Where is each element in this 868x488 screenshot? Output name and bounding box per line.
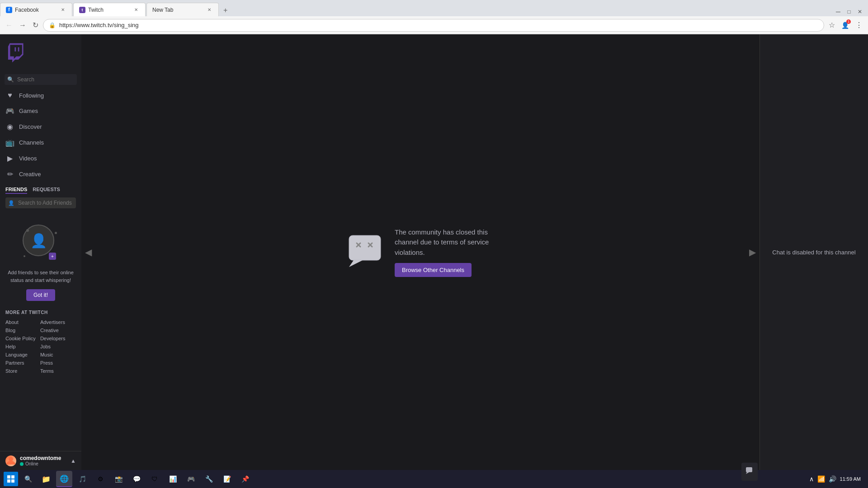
- forward-button[interactable]: →: [17, 19, 28, 31]
- username: comedowntome: [20, 455, 67, 461]
- footer-link-store[interactable]: Store: [5, 367, 39, 375]
- decoration-dot-3: [24, 255, 25, 257]
- search-icon: 🔍: [7, 76, 14, 83]
- svg-rect-1: [14, 47, 16, 52]
- sidebar-item-creative[interactable]: ✏ Creative: [0, 166, 81, 182]
- footer-link-about[interactable]: About: [5, 319, 39, 326]
- back-button[interactable]: ←: [4, 19, 14, 31]
- tab-newtab[interactable]: New Tab ✕: [146, 3, 219, 16]
- footer-link-developers[interactable]: Developers: [40, 335, 74, 342]
- maximize-button[interactable]: □: [844, 7, 854, 16]
- address-bar[interactable]: 🔒 https://www.twitch.tv/sing_sing: [43, 19, 824, 32]
- user-avatar: [5, 455, 16, 466]
- taskbar: 🔍 📁 🌐 🎵 ⚙ 📸 💬 🛡 📊 🎮 🔧 📝 📌 ∧ 📶 🔊 11:59 AM: [0, 470, 868, 488]
- requests-tab[interactable]: REQUESTS: [33, 187, 60, 194]
- reload-button[interactable]: ↻: [31, 19, 40, 31]
- taskbar-app-6[interactable]: 📊: [165, 471, 181, 487]
- footer-link-terms[interactable]: Terms: [40, 367, 74, 375]
- footer-link-creative[interactable]: Creative: [40, 327, 74, 334]
- channels-icon: 📺: [5, 138, 14, 147]
- svg-marker-5: [349, 260, 363, 267]
- sidebar-item-videos-label: Videos: [19, 155, 37, 162]
- taskbar-app-5[interactable]: 🛡: [146, 471, 163, 487]
- whisper-icon-button[interactable]: [741, 463, 758, 470]
- extensions-button[interactable]: ⋮: [854, 19, 864, 31]
- taskbar-app-3[interactable]: 📸: [110, 471, 127, 487]
- bookmark-button[interactable]: ☆: [827, 19, 837, 31]
- svg-rect-14: [7, 479, 10, 483]
- new-tab-button[interactable]: +: [220, 5, 231, 16]
- network-icon[interactable]: 📶: [817, 475, 825, 483]
- friends-tab[interactable]: FRIENDS: [5, 187, 27, 194]
- tab-twitch-close[interactable]: ✕: [132, 6, 140, 14]
- profile-button[interactable]: 👤 1: [840, 19, 851, 31]
- tab-newtab-close[interactable]: ✕: [206, 6, 213, 14]
- decoration-dot-1: [26, 229, 29, 232]
- start-button[interactable]: [4, 472, 18, 486]
- sidebar-item-videos[interactable]: ▶ Videos: [0, 150, 81, 166]
- tray-arrow[interactable]: ∧: [809, 475, 814, 483]
- sidebar-item-channels[interactable]: 📺 Channels: [0, 135, 81, 150]
- search-input[interactable]: [5, 74, 77, 85]
- taskbar-app-2[interactable]: ⚙: [92, 471, 108, 487]
- taskbar-app-10[interactable]: 📌: [237, 471, 253, 487]
- tab-twitch[interactable]: t Twitch ✕: [73, 3, 146, 16]
- closed-channel-text-area: The community has closed this channel du…: [395, 227, 494, 277]
- user-info: comedowntome Online: [20, 455, 67, 466]
- svg-rect-2: [18, 47, 19, 52]
- volume-icon[interactable]: 🔊: [829, 475, 836, 483]
- taskbar-app-4[interactable]: 💬: [128, 471, 145, 487]
- sidebar-collapse-button[interactable]: ▲: [71, 458, 76, 464]
- close-button[interactable]: ✕: [855, 7, 864, 16]
- whisper-icon-svg: [745, 466, 754, 470]
- taskbar-app-1[interactable]: 🎵: [74, 471, 90, 487]
- collapse-right-button[interactable]: ▶: [745, 243, 760, 261]
- sidebar-search-section: 🔍: [0, 71, 81, 88]
- footer-link-partners[interactable]: Partners: [5, 359, 39, 366]
- tab-facebook-close[interactable]: ✕: [59, 6, 66, 14]
- taskbar-app-8[interactable]: 🔧: [201, 471, 217, 487]
- taskbar-explorer[interactable]: 📁: [38, 471, 54, 487]
- svg-rect-13: [11, 475, 14, 479]
- taskbar-app-7[interactable]: 🎮: [183, 471, 199, 487]
- collapse-left-button[interactable]: ◀: [81, 243, 95, 261]
- minimize-button[interactable]: ─: [834, 7, 843, 16]
- sidebar-item-discover-label: Discover: [19, 123, 42, 130]
- footer-link-advertisers[interactable]: Advertisers: [40, 319, 74, 326]
- friends-search-icon: 👤: [8, 200, 14, 206]
- taskbar-search[interactable]: 🔍: [20, 471, 36, 487]
- sidebar-logo: [0, 34, 81, 71]
- friends-search-input[interactable]: [5, 197, 76, 208]
- tab-facebook[interactable]: f Facebook ✕: [0, 3, 72, 16]
- main-content: ◀ The community has closed: [81, 34, 760, 470]
- footer-link-language[interactable]: Language: [5, 351, 39, 358]
- friends-section: FRIENDS REQUESTS 👤: [0, 182, 81, 216]
- avatar-area: 👤 +: [23, 225, 59, 261]
- chat-disabled-message: Chat is disabled for this channel: [765, 242, 863, 263]
- footer-link-jobs[interactable]: Jobs: [40, 343, 74, 350]
- browse-other-channels-button[interactable]: Browse Other Channels: [395, 263, 472, 277]
- sidebar-item-games[interactable]: 🎮 Games: [0, 103, 81, 119]
- footer-link-cookie[interactable]: Cookie Policy: [5, 335, 39, 342]
- taskbar-app-9[interactable]: 📝: [219, 471, 235, 487]
- got-it-button[interactable]: Got it!: [26, 289, 55, 301]
- discover-icon: ◉: [5, 122, 14, 131]
- user-bar: comedowntome Online ▲: [0, 451, 81, 470]
- friend-add-area: 👤 + Add friends to see their online stat…: [0, 216, 81, 305]
- taskbar-chrome[interactable]: 🌐: [56, 471, 72, 487]
- sidebar-item-games-label: Games: [19, 108, 38, 114]
- tab-facebook-title: Facebook: [15, 7, 57, 13]
- footer-link-press[interactable]: Press: [40, 359, 74, 366]
- following-icon: ♥: [5, 91, 14, 99]
- footer-link-help[interactable]: Help: [5, 343, 39, 350]
- footer-link-music[interactable]: Music: [40, 351, 74, 358]
- toolbar-icons: ☆ 👤 1 ⋮: [827, 19, 864, 31]
- svg-rect-15: [11, 479, 14, 483]
- browser-toolbar: ← → ↻ 🔒 https://www.twitch.tv/sing_sing …: [0, 16, 868, 34]
- sidebar-item-following-label: Following: [19, 92, 44, 99]
- url-text: https://www.twitch.tv/sing_sing: [59, 22, 818, 28]
- sidebar-item-following[interactable]: ♥ Following: [0, 88, 81, 103]
- footer-link-blog[interactable]: Blog: [5, 327, 39, 334]
- user-avatar-svg: [5, 455, 16, 466]
- sidebar-item-discover[interactable]: ◉ Discover: [0, 119, 81, 135]
